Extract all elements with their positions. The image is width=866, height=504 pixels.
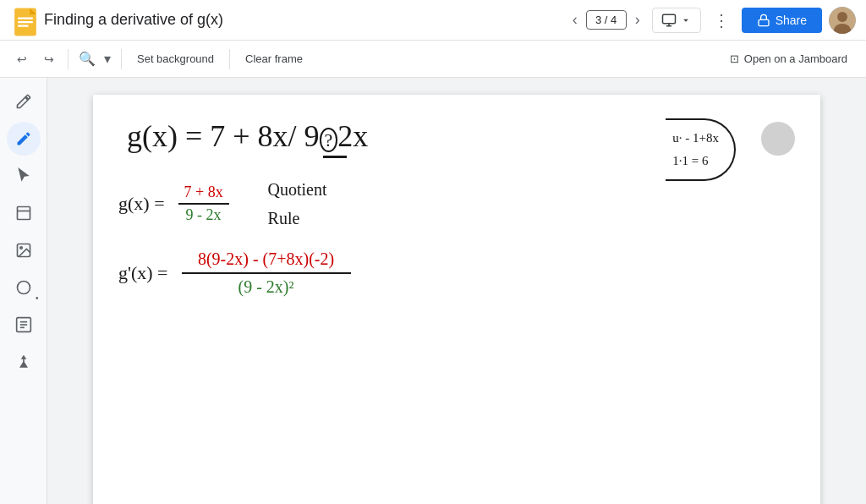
redo-button[interactable]: ↪ — [37, 47, 61, 71]
gray-circle-marker — [761, 122, 795, 156]
fraction-numerator: 7 + 8x — [178, 184, 229, 205]
deriv-numerator: 8(9-2x) - (7+8x)(-2) — [182, 249, 351, 274]
undo-icon: ↩ — [17, 52, 27, 66]
select-tool[interactable] — [7, 159, 41, 193]
text-box-tool[interactable] — [7, 308, 41, 342]
shape-tool[interactable] — [7, 271, 41, 304]
nav-prev-button[interactable]: ‹ — [567, 6, 583, 34]
jamboard-icon: ⊡ — [730, 52, 739, 65]
gx-fraction-row: g(x) = 7 + 8x 9 - 2x Quotient Rule — [118, 175, 820, 233]
toolbar-separator-1 — [68, 49, 69, 69]
svg-rect-9 — [759, 19, 769, 25]
app-logo — [10, 7, 37, 34]
svg-point-17 — [17, 282, 30, 294]
deriv-equals: g'(x) = — [118, 262, 168, 284]
image-tool[interactable] — [7, 233, 41, 267]
user-avatar — [829, 7, 856, 34]
title-circle: ? — [320, 128, 338, 152]
gx-equals: g(x) = — [118, 193, 165, 215]
main-area: u· - 1+8x 1·1 = 6 g(x) = 7 + 8x/ 9?2x g(… — [0, 78, 866, 504]
title-math: g(x) = 7 + 8x/ 9 — [127, 119, 320, 153]
canvas-area[interactable]: u· - 1+8x 1·1 = 6 g(x) = 7 + 8x/ 9?2x g(… — [47, 78, 866, 504]
gx-fraction: 7 + 8x 9 - 2x — [178, 184, 229, 224]
share-button[interactable]: Share — [742, 8, 822, 33]
deriv-fraction-row: g'(x) = 8(9-2x) - (7+8x)(-2) (9 - 2x)² — [118, 249, 820, 297]
corner-line1: u· - 1+8x — [672, 127, 719, 150]
svg-rect-5 — [18, 25, 29, 26]
svg-rect-6 — [662, 14, 675, 24]
fraction-denominator: 9 - 2x — [186, 205, 222, 224]
underline-mark — [323, 156, 347, 158]
toolbar-separator-3 — [229, 49, 230, 69]
toolbar: ↩ ↪ 🔍 ▾ Set background Clear frame ⊡ Ope… — [0, 41, 866, 78]
slide: u· - 1+8x 1·1 = 6 g(x) = 7 + 8x/ 9?2x g(… — [93, 95, 820, 504]
redo-icon: ↪ — [44, 52, 54, 66]
corner-line2: 1·1 = 6 — [672, 150, 719, 173]
slide-counter[interactable]: 3 / 4 — [586, 10, 627, 30]
nav-area: ‹ 3 / 4 › — [567, 6, 645, 34]
doc-title: Finding a derivative of g(x) — [44, 11, 561, 29]
pen-light-tool[interactable] — [7, 85, 41, 118]
more-options-button[interactable]: ⋮ — [708, 5, 735, 36]
quotient-line1: Quotient — [268, 175, 327, 204]
title-math2: 2x — [337, 119, 368, 153]
svg-point-11 — [837, 12, 847, 22]
svg-point-16 — [19, 247, 21, 249]
quotient-rule-label: Quotient Rule — [268, 175, 327, 233]
zoom-dropdown-button[interactable]: ▾ — [101, 47, 114, 70]
share-label: Share — [776, 14, 807, 27]
zoom-button[interactable]: 🔍 — [75, 47, 99, 70]
set-background-button[interactable]: Set background — [129, 47, 222, 70]
deriv-denominator: (9 - 2x)² — [238, 274, 294, 297]
svg-rect-13 — [17, 207, 30, 220]
zoom-area: 🔍 ▾ — [75, 47, 114, 70]
sticky-note-tool[interactable] — [7, 196, 41, 230]
clear-frame-button[interactable]: Clear frame — [237, 47, 311, 70]
jamboard-label: Open on a Jamboard — [744, 52, 847, 65]
toolbar-separator-2 — [121, 49, 122, 69]
pen-dark-tool[interactable] — [7, 122, 41, 156]
quotient-line2: Rule — [268, 204, 327, 233]
corner-annotation: u· - 1+8x 1·1 = 6 — [666, 118, 736, 181]
nav-next-button[interactable]: › — [630, 6, 645, 34]
present-button[interactable] — [652, 8, 701, 33]
deriv-fraction: 8(9-2x) - (7+8x)(-2) (9 - 2x)² — [182, 249, 351, 297]
laser-tool[interactable] — [7, 345, 41, 379]
svg-rect-3 — [18, 17, 33, 19]
topbar-right: ⋮ Share — [652, 5, 856, 36]
svg-rect-4 — [18, 21, 33, 23]
topbar: Finding a derivative of g(x) ‹ 3 / 4 › ⋮… — [0, 0, 866, 41]
undo-button[interactable]: ↩ — [10, 47, 34, 71]
left-sidebar — [0, 78, 47, 504]
open-jamboard-button[interactable]: ⊡ Open on a Jamboard — [721, 47, 856, 70]
